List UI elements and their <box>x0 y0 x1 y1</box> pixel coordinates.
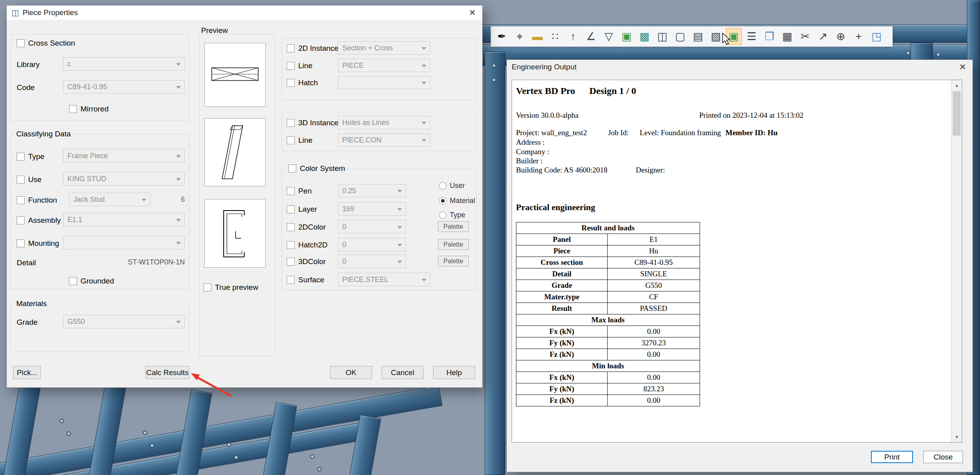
report-level: Level: Foundation framing <box>640 128 721 137</box>
table-cell: E1 <box>608 234 700 245</box>
3dcolor-dropdown[interactable]: 0 <box>338 255 406 268</box>
mounting-checkbox[interactable]: Mounting <box>17 239 59 248</box>
color-system-checkbox[interactable]: Color System <box>287 164 347 173</box>
3d-line-checkbox[interactable]: Line <box>287 136 313 145</box>
assembly-checkbox[interactable]: Assembly <box>17 216 61 225</box>
pen-dropdown[interactable]: 0.25 <box>338 184 406 197</box>
bolt-icon <box>67 431 71 436</box>
snap-direction-icon[interactable]: ↑ <box>566 29 581 44</box>
cancel-button[interactable]: Cancel <box>382 366 424 379</box>
vertical-scrollbar[interactable]: ▲ ▼ <box>951 80 962 442</box>
outline-view-icon[interactable]: ▢ <box>673 29 688 44</box>
2dcolor-dropdown[interactable]: 0 <box>338 220 406 234</box>
2d-instance-checkbox[interactable]: 2D Instance <box>287 44 338 53</box>
3d-instance-checkbox[interactable]: 3D Instance <box>287 119 338 127</box>
move-icon[interactable]: ↗ <box>815 29 830 44</box>
function-checkbox[interactable]: Function <box>17 196 57 205</box>
app-window-icon: ◫ <box>12 8 19 17</box>
palette-3d-button[interactable]: Palette <box>438 256 469 266</box>
annotation-arrow <box>171 359 246 402</box>
hatch2d-dropdown[interactable]: 0 <box>338 238 406 251</box>
grade-dropdown[interactable]: G550 <box>63 315 185 328</box>
table-cell: 0.00 <box>608 395 700 406</box>
snap-angle-icon[interactable]: ∠ <box>583 29 598 44</box>
print-icon[interactable]: ▦ <box>780 29 795 44</box>
3dcolor-checkbox[interactable]: 3DColor <box>287 257 326 266</box>
assembly-dropdown[interactable]: E1.1 <box>63 213 185 226</box>
piece-properties-titlebar[interactable]: ◫ Piece Properties <box>7 6 482 20</box>
type-radio[interactable]: Type <box>439 211 465 219</box>
cut-icon[interactable]: ✂ <box>798 29 813 44</box>
palette-2d-button[interactable]: Palette <box>438 221 469 232</box>
3d-line-dropdown[interactable]: PIECE.CON <box>338 133 430 147</box>
shaded-view-icon[interactable]: ▩ <box>637 29 652 44</box>
hatch2d-checkbox[interactable]: Hatch2D <box>287 241 328 249</box>
help-button[interactable]: Help <box>433 366 475 379</box>
table-cell: Hu <box>608 245 700 257</box>
pick-button[interactable]: Pick... <box>13 366 41 379</box>
layer-checkbox[interactable]: Layer <box>287 205 317 214</box>
2dcolor-checkbox[interactable]: 2DColor <box>287 223 326 232</box>
engineering-output-dialog: Engineering Output ✕ Vertex BD Pro Desig… <box>506 59 973 472</box>
engineering-output-titlebar[interactable]: Engineering Output <box>507 60 972 74</box>
close-icon[interactable]: ✕ <box>953 60 972 74</box>
function-dropdown[interactable]: Jack Stud <box>69 193 150 206</box>
layer-dropdown[interactable]: 169 <box>338 202 406 216</box>
layer-list-icon[interactable]: ☰ <box>744 29 759 44</box>
code-dropdown[interactable]: C89-41-0.95 <box>63 80 185 94</box>
hatch-dropdown[interactable] <box>338 76 430 89</box>
pin-icon[interactable]: ✒ <box>494 29 509 44</box>
filter-icon[interactable]: ▽ <box>601 29 616 44</box>
use-checkbox[interactable]: Use <box>17 175 42 184</box>
scrollbar-thumb[interactable] <box>953 91 961 136</box>
hatch-checkbox[interactable]: Hatch <box>287 79 318 87</box>
table-header-cell: Min loads <box>516 360 700 372</box>
table-cell: 3270.23 <box>608 337 700 349</box>
grounded-checkbox[interactable]: Grounded <box>69 277 114 285</box>
fit-window-icon[interactable]: ◳ <box>869 29 884 44</box>
dropdown-value: c <box>67 60 71 68</box>
scroll-down-icon[interactable]: ▼ <box>951 432 962 442</box>
2d-line-checkbox[interactable]: Line <box>287 61 313 70</box>
attach-icon[interactable]: ⊕ <box>833 29 848 44</box>
material-radio[interactable]: Material <box>439 197 475 205</box>
2d-line-dropdown[interactable]: PIECE <box>338 59 430 72</box>
2d-instance-dropdown[interactable]: Section + Cross <box>338 41 430 55</box>
library-dropdown[interactable]: c <box>63 57 185 71</box>
table-row: Fx (kN)0.00 <box>516 372 700 383</box>
ok-button[interactable]: OK <box>330 366 372 379</box>
mirrored-checkbox[interactable]: Mirrored <box>69 105 109 113</box>
palette-hatch-button[interactable]: Palette <box>438 239 469 250</box>
iso-view-icon[interactable]: ▧ <box>708 29 723 44</box>
scroll-up-icon[interactable]: ▲ <box>951 80 962 90</box>
surface-checkbox[interactable]: Surface <box>287 276 324 284</box>
add-icon[interactable]: + <box>851 29 866 44</box>
close-button[interactable]: Close <box>923 451 963 463</box>
section-view-icon[interactable]: ▤ <box>690 29 706 44</box>
mounting-dropdown[interactable] <box>63 236 185 249</box>
dropdown-value: Frame Piece <box>67 152 108 160</box>
cross-section-checkbox[interactable]: Cross Section <box>17 39 75 48</box>
window-view-icon[interactable]: ◫ <box>655 29 670 44</box>
print-button[interactable]: Print <box>871 451 913 463</box>
snap-points-icon[interactable]: ∷ <box>548 29 563 44</box>
surface-dropdown[interactable]: PIECE.STEEL <box>338 273 430 286</box>
solid-view-icon[interactable]: ▣ <box>619 29 634 44</box>
type-checkbox[interactable]: Type <box>17 152 44 161</box>
copy-drawing-icon[interactable]: ❐ <box>762 29 777 44</box>
type-dropdown[interactable]: Frame Piece <box>63 149 185 163</box>
close-icon[interactable]: ✕ <box>462 6 482 20</box>
pen-checkbox[interactable]: Pen <box>287 187 312 195</box>
checkbox-box-icon <box>203 283 211 291</box>
user-radio[interactable]: User <box>439 182 465 190</box>
checkbox-box-icon <box>287 241 295 249</box>
table-row: DetailSINGLE <box>516 268 700 280</box>
true-preview-checkbox[interactable]: True preview <box>203 283 258 292</box>
ruler-icon[interactable]: ▬ <box>530 29 545 44</box>
chevron-down-icon <box>397 260 402 263</box>
checkbox-label: Type <box>28 152 44 161</box>
chevron-down-icon <box>422 65 426 67</box>
pick-target-icon[interactable]: ⌖ <box>512 29 527 44</box>
use-dropdown[interactable]: KING STUD <box>63 172 185 186</box>
3d-instance-dropdown[interactable]: Holes as Lines <box>338 116 430 129</box>
